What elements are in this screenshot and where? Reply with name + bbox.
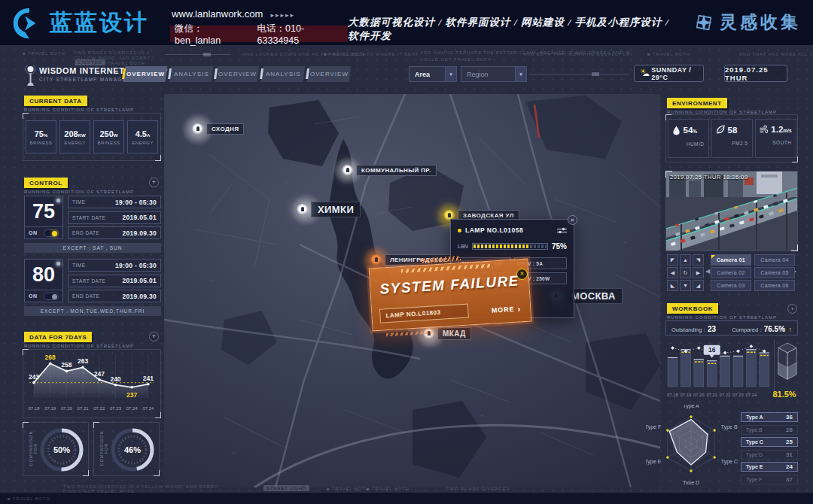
region-select[interactable]: Region ▾ (461, 66, 527, 82)
chevron-right-icon: › (517, 304, 521, 313)
type-a-row[interactable]: Type A36 (741, 412, 798, 422)
svg-text:07.19: 07.19 (681, 393, 692, 397)
close-icon[interactable]: ✕ (568, 215, 577, 225)
sliders-icon[interactable] (557, 227, 567, 234)
workbook-stats: Outstanding：23 Compared：76.5% ↑ (665, 320, 798, 335)
svg-text:07.23: 07.23 (110, 406, 122, 411)
add-chart-button[interactable]: + (149, 332, 159, 342)
map-label-skhodnya[interactable]: СХОДНЯ (192, 123, 244, 135)
tab-overview-3[interactable]: OVERVIEW (307, 66, 352, 82)
contact-bar: 微信：ben_lanlan 电话：010-63334945 (170, 26, 348, 42)
camera-05-button[interactable]: Camera 05 (754, 267, 795, 278)
website-link[interactable]: www.lanlanwork.com (172, 8, 263, 20)
alert-close-icon[interactable]: ✕ (516, 269, 528, 280)
svg-text:07.21: 07.21 (78, 406, 90, 411)
workbook-subtitle: RUNNING CONDITION OF STREETLAMP (667, 315, 777, 320)
end-date-row[interactable]: END DATE2019.09.30 (68, 226, 161, 239)
pan-up-left-button[interactable]: ◤ (667, 254, 678, 266)
svg-text:46%: 46% (124, 445, 141, 454)
decor-text: ■ TRAVEL BOTH (647, 52, 690, 56)
decor-text: ■ TRAVEL BOTH (327, 487, 370, 491)
power-toggle[interactable] (44, 293, 59, 300)
start-date-row[interactable]: START DATE2019.05.01 (68, 275, 161, 287)
lbn-label: LBN (458, 244, 468, 249)
map-area[interactable]: +++++ СХОДНЯ КОММУНАЛЬНЫЙ ПР. ХИМКИ ЗАВО… (164, 94, 660, 487)
map-label-khimki[interactable]: ХИМКИ (297, 202, 361, 217)
time-row[interactable]: TIME19:00 - 05:30 (68, 259, 161, 272)
wind-icon (760, 125, 769, 134)
weather-widget: ☀☁ SUNNDAY / 29°C (634, 65, 704, 82)
type-f-row[interactable]: Type F37 (741, 475, 798, 484)
tab-bar: OVERVIEW ANALYSIS OVERVIEW ANALYSIS OVER… (124, 66, 350, 82)
date-widget: 2019.07.25 THUR (724, 65, 787, 82)
collect-link[interactable]: 灵感收集 (694, 11, 801, 34)
decor-text: ■ TRAVEL BOTH (367, 487, 410, 491)
power-toggle[interactable] (44, 229, 59, 237)
decor-text: ■ TRAVEL BOTH (8, 496, 50, 501)
metric-card-watt: 250WBRINESS (93, 120, 124, 153)
control-group-1: 75 ON TIME19:00 - 05:30 START DATE2019.0… (23, 196, 161, 256)
tab-overview-2[interactable]: OVERVIEW (215, 66, 260, 82)
decor-badge: LIGHTED (75, 59, 105, 65)
pm25-card: 58 PM2.5 (711, 119, 753, 158)
camera-03-button[interactable]: Camera 03 (711, 280, 751, 291)
svg-text:237: 237 (126, 391, 137, 399)
prev-camera-arrow[interactable]: ◀ (705, 268, 710, 275)
pan-down-button[interactable]: ▼ (680, 280, 691, 291)
time-row[interactable]: TIME19:00 - 05:30 (68, 196, 161, 208)
svg-text:07.24: 07.24 (126, 406, 139, 411)
camera-01-button[interactable]: Camera 01 (711, 254, 751, 266)
alert-lamp-id: LAMP NO.L01803 (379, 304, 469, 323)
except-days: EXCEPT：SAT，SUN (24, 243, 161, 253)
svg-text:07.21: 07.21 (706, 393, 717, 397)
svg-text:07.24: 07.24 (746, 393, 757, 397)
more-button[interactable]: MORE› (491, 304, 521, 314)
camera-04-button[interactable]: Camera 04 (754, 254, 795, 266)
tab-analysis-1[interactable]: ANALYSIS (169, 66, 214, 82)
svg-text:+: + (285, 179, 288, 186)
decor-text: TWO ROADS DIVERGED (446, 487, 510, 491)
bulb-icon (56, 199, 60, 202)
type-c-row[interactable]: Type C25 (741, 437, 798, 447)
workbook-badge: WORKBOOK (667, 303, 718, 314)
pan-up-button[interactable]: ▲ (680, 254, 691, 266)
tab-analysis-2[interactable]: ANALYSIS (261, 66, 306, 82)
tab-overview-1[interactable]: OVERVIEW (123, 66, 168, 82)
reset-view-button[interactable]: ↻ (680, 267, 691, 278)
metric-card-briness: 75%BRINESS (26, 120, 56, 153)
camera-list: Camera 01 Camera 04 Camera 02 Camera 05 … (711, 254, 796, 291)
current-data-subtitle: RUNNING CONDITION OF STREETLAMP (24, 108, 134, 112)
phone-text: 电话：010-63334945 (257, 23, 343, 46)
decor-slider (166, 54, 230, 55)
add-control-button[interactable]: + (149, 178, 159, 187)
pan-down-right-button[interactable]: ◢ (693, 280, 704, 291)
pan-right-button[interactable]: ▶ (693, 267, 704, 278)
week-line-chart: 24307.1826807.1925807.2026307.2124707.22… (23, 350, 160, 417)
type-b-row[interactable]: Type B28 (741, 425, 798, 435)
start-date-row[interactable]: START DATE2019.05.01 (68, 211, 161, 224)
lbn-progress (472, 243, 548, 250)
type-e-row[interactable]: Type E24 (741, 462, 798, 472)
gauge-chart: 50% (38, 427, 85, 473)
control-group-2: 80 ON TIME19:00 - 05:30 START DATE2019.0… (23, 259, 161, 319)
lamp-pin-icon (192, 123, 203, 135)
gauge-chart: 46% (109, 427, 156, 473)
footer-bar: ■ TRAVEL BOTH (0, 493, 813, 504)
end-date-row[interactable]: END DATE2019.09.30 (68, 290, 161, 302)
except-days: EXCEPT：MON,TUE,WED,THUR,FRI (24, 306, 161, 316)
map-label-kommunalny[interactable]: КОММУНАЛЬНЫЙ ПР. (342, 165, 437, 176)
camera-02-button[interactable]: Camera 02 (711, 267, 751, 278)
brightness-box: 80 ON (24, 259, 63, 302)
area-select[interactable]: Area ▾ (409, 66, 457, 82)
pan-down-left-button[interactable]: ◣ (667, 280, 678, 291)
type-d-row[interactable]: Type D31 (741, 450, 798, 460)
bulb-icon (56, 262, 60, 266)
pan-left-button[interactable]: ◀ (667, 267, 678, 278)
svg-text:07.24: 07.24 (142, 406, 154, 411)
metric-card-energy: 208KWENERGY (59, 120, 90, 153)
workbook-expand-button[interactable]: › (787, 304, 797, 314)
camera-06-button[interactable]: Camera 06 (754, 280, 795, 291)
pan-up-right-button[interactable]: ◥ (693, 254, 704, 266)
chevron-down-icon: ▾ (515, 67, 526, 81)
svg-text:07.22: 07.22 (720, 393, 731, 397)
